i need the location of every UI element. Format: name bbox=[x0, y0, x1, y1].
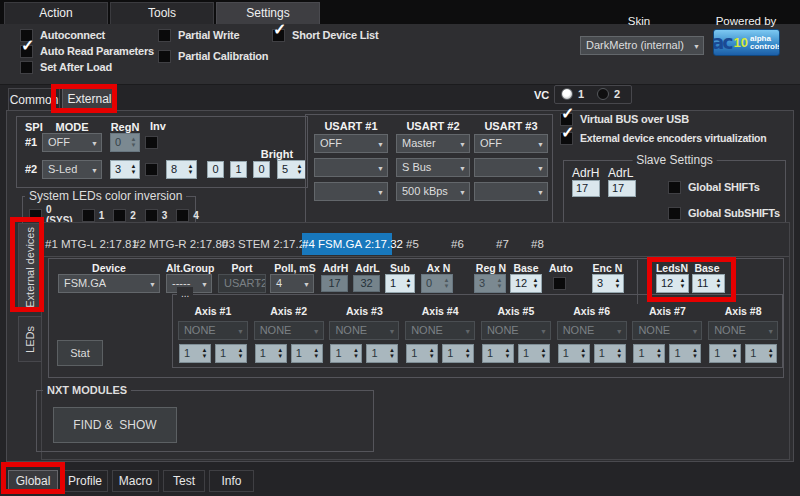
poll-select[interactable]: 4▼ bbox=[270, 274, 314, 293]
radio-button[interactable] bbox=[561, 88, 573, 100]
spi2-cell-3[interactable]: 0 bbox=[253, 161, 270, 178]
tab-global[interactable]: Global bbox=[8, 470, 58, 492]
axis-spinner-b[interactable]: 1▲▼ bbox=[291, 344, 323, 363]
vc-radio-2[interactable]: 2 bbox=[597, 88, 620, 100]
find-and-show-button[interactable]: FIND & SHOW bbox=[53, 407, 177, 443]
partial-write-checkbox[interactable]: ✓ Partial Write bbox=[158, 28, 239, 42]
axis-spinner-a[interactable]: 1▲▼ bbox=[255, 344, 287, 363]
axis-spinner-a[interactable]: 1▲▼ bbox=[709, 344, 741, 363]
spinner-down-icon[interactable]: ▼ bbox=[277, 354, 283, 359]
tab-action[interactable]: Action bbox=[4, 2, 108, 24]
led-inv-3[interactable]: ✓3 bbox=[145, 209, 168, 222]
base1-spinner[interactable]: 12▲▼ bbox=[510, 274, 542, 293]
usart2-speed-select[interactable]: 500 kBps▼ bbox=[396, 182, 470, 201]
spinner-down-icon[interactable]: ▼ bbox=[656, 354, 662, 359]
spinner-down-icon[interactable]: ▼ bbox=[692, 354, 698, 359]
axis-spinner-a[interactable]: 1▲▼ bbox=[558, 344, 590, 363]
slave-adrh-field[interactable]: 17 bbox=[572, 180, 600, 197]
led-inv-1[interactable]: ✓1 bbox=[82, 209, 105, 222]
tab-macro[interactable]: Macro bbox=[112, 470, 159, 492]
spi1-mode-select[interactable]: OFF ▼ bbox=[42, 133, 102, 152]
axis-spinner-b[interactable]: 1▲▼ bbox=[442, 344, 474, 363]
spinner-down-icon[interactable]: ▼ bbox=[406, 284, 412, 289]
usart2-mode-select[interactable]: Master▼ bbox=[396, 134, 470, 153]
global-shifts-checkbox[interactable]: ✓ Global SHIFTs bbox=[668, 180, 760, 194]
tab-settings[interactable]: Settings bbox=[216, 2, 320, 24]
spinner-down-icon[interactable]: ▼ bbox=[188, 170, 194, 175]
checkbox[interactable]: ✓ bbox=[668, 181, 681, 194]
spinner-down-icon[interactable]: ▼ bbox=[353, 354, 359, 359]
device-tab-6[interactable]: #6 bbox=[451, 233, 464, 255]
device-tab-1[interactable]: #1 MTG-L 2:17.81 bbox=[45, 233, 138, 255]
axis-spinner-b[interactable]: 1▲▼ bbox=[518, 344, 550, 363]
spinner-down-icon[interactable]: ▼ bbox=[313, 354, 319, 359]
usart2-option-select[interactable]: S Bus▼ bbox=[396, 158, 470, 177]
spinner-down-icon[interactable]: ▼ bbox=[201, 354, 207, 359]
spi2-value2-spinner[interactable]: 8 ▲▼ bbox=[166, 160, 197, 179]
encn-spinner[interactable]: 3▲▼ bbox=[592, 274, 624, 293]
led-inv-4[interactable]: ✓4 bbox=[176, 209, 199, 222]
device-tab-8[interactable]: #8 bbox=[531, 233, 544, 255]
vc-radio-1[interactable]: 1 bbox=[561, 88, 584, 100]
checkbox[interactable]: ✓ bbox=[145, 209, 158, 222]
axis-spinner-a[interactable]: 1▲▼ bbox=[482, 344, 514, 363]
tab-profile[interactable]: Profile bbox=[62, 470, 108, 492]
spinner-down-icon[interactable]: ▼ bbox=[680, 284, 686, 289]
usart3-mode-select[interactable]: OFF▼ bbox=[474, 134, 548, 153]
slave-adrl-field[interactable]: 17 bbox=[608, 180, 636, 197]
sub-spinner[interactable]: 1▲▼ bbox=[385, 274, 415, 293]
tab-test[interactable]: Test bbox=[163, 470, 205, 492]
spinner-down-icon[interactable]: ▼ bbox=[616, 354, 622, 359]
axis-spinner-b[interactable]: 1▲▼ bbox=[366, 344, 398, 363]
axis-spinner-a[interactable]: 1▲▼ bbox=[179, 344, 211, 363]
checkbox[interactable]: ✓ bbox=[20, 45, 33, 58]
spinner-down-icon[interactable]: ▼ bbox=[465, 354, 471, 359]
axis-spinner-b[interactable]: 1▲▼ bbox=[594, 344, 626, 363]
spinner-down-icon[interactable]: ▼ bbox=[732, 354, 738, 359]
spinner-down-icon[interactable]: ▼ bbox=[429, 354, 435, 359]
checkbox[interactable]: ✓ bbox=[20, 61, 33, 74]
checkbox[interactable]: ✓ bbox=[113, 209, 126, 222]
led-inv-2[interactable]: ✓2 bbox=[113, 209, 136, 222]
axis-spinner-b[interactable]: 1▲▼ bbox=[669, 344, 701, 363]
checkbox[interactable]: ✓ bbox=[272, 29, 285, 42]
axis-spinner-a[interactable]: 1▲▼ bbox=[633, 344, 665, 363]
spinner-down-icon[interactable]: ▼ bbox=[389, 354, 395, 359]
side-tab-external-devices[interactable]: External devices bbox=[18, 223, 42, 312]
short-device-list-checkbox[interactable]: ✓ Short Device List bbox=[272, 28, 378, 42]
spi2-regn-spinner[interactable]: 3 ▲▼ bbox=[110, 160, 140, 179]
spinner-down-icon[interactable]: ▼ bbox=[297, 170, 303, 175]
spinner-down-icon[interactable]: ▼ bbox=[533, 284, 539, 289]
set-after-load-checkbox[interactable]: ✓ Set After Load bbox=[20, 60, 112, 74]
spinner-down-icon[interactable]: ▼ bbox=[131, 170, 137, 175]
device-tab-4[interactable]: #4 FSM.GA 2:17.32 bbox=[302, 233, 392, 255]
spi2-bright-spinner[interactable]: 5 ▲▼ bbox=[277, 160, 306, 179]
checkbox[interactable]: ✓ bbox=[82, 209, 95, 222]
tab-external[interactable]: External bbox=[62, 87, 117, 111]
spi2-inv-checkbox[interactable]: ✓ bbox=[145, 163, 158, 176]
checkbox[interactable]: ✓ bbox=[560, 132, 573, 145]
tab-common[interactable]: Common bbox=[8, 88, 60, 111]
device-tab-7[interactable]: #7 bbox=[496, 233, 509, 255]
spinner-down-icon[interactable]: ▼ bbox=[716, 284, 722, 289]
spinner-down-icon[interactable]: ▼ bbox=[768, 354, 774, 359]
usart3-speed-select[interactable]: ▼ bbox=[474, 182, 548, 201]
tab-info[interactable]: Info bbox=[209, 470, 254, 492]
checkbox[interactable]: ✓ bbox=[176, 209, 189, 222]
spinner-down-icon[interactable]: ▼ bbox=[540, 354, 546, 359]
device-select[interactable]: FSM.GA▼ bbox=[58, 274, 160, 293]
alpha-controls-logo[interactable]: ac 10 alpha controls bbox=[713, 29, 780, 56]
usart1-speed-select[interactable]: ▼ bbox=[314, 182, 388, 201]
device-tab-5[interactable]: #5 bbox=[406, 233, 419, 255]
spinner-down-icon[interactable]: ▼ bbox=[237, 354, 243, 359]
spi1-inv-checkbox[interactable]: ✓ bbox=[145, 136, 158, 149]
virtual-bus-checkbox[interactable]: ✓ Virtual BUS over USB bbox=[560, 112, 689, 126]
spinner-down-icon[interactable]: ▼ bbox=[504, 354, 510, 359]
checkbox[interactable]: ✓ bbox=[668, 207, 681, 220]
stat-button[interactable]: Stat bbox=[57, 340, 103, 366]
spi2-cell-1[interactable]: 0 bbox=[207, 161, 224, 178]
axis-spinner-b[interactable]: 1▲▼ bbox=[745, 344, 777, 363]
spi2-mode-select[interactable]: S-Led ▼ bbox=[42, 160, 102, 179]
ledsn-spinner[interactable]: 12▲▼ bbox=[656, 274, 689, 293]
axis-spinner-a[interactable]: 1▲▼ bbox=[406, 344, 438, 363]
